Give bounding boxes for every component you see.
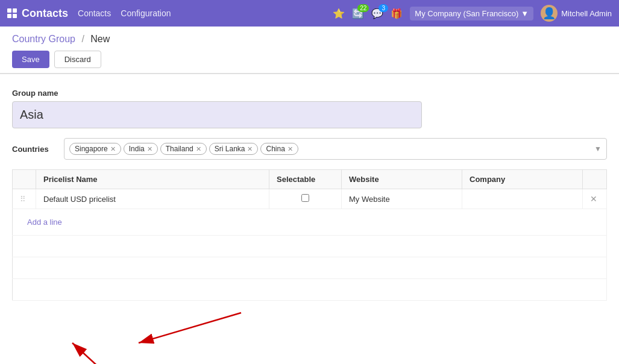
group-name-label: Group name <box>12 89 607 98</box>
row-drag-handle[interactable]: ⠿ <box>13 189 36 209</box>
chevron-down-icon: ▼ <box>521 9 529 18</box>
breadcrumb-current: New <box>90 34 110 44</box>
group-name-group: Group name <box>12 89 607 128</box>
navbar-right: ⭐ 🔄 22 💬 3 🎁 My Company (San Francisco) … <box>333 5 612 22</box>
row-delete-cell: ✕ <box>583 189 607 209</box>
add-line-row: Add a line <box>13 209 607 236</box>
tags-dropdown-arrow[interactable]: ▼ <box>594 145 602 153</box>
svg-line-2 <box>139 313 241 343</box>
clock-badge: 22 <box>357 4 369 12</box>
star-icon-btn[interactable]: ⭐ <box>333 8 345 19</box>
annotation-arrows-svg <box>12 307 374 364</box>
avatar: 👤 <box>541 5 558 22</box>
page: Country Group / New Save Discard Group n… <box>0 27 619 364</box>
chat-badge: 3 <box>379 4 388 12</box>
clock-icon-btn[interactable]: 🔄 22 <box>352 8 364 19</box>
navbar-links: Contacts Configuration <box>78 8 323 18</box>
row-company <box>462 189 583 209</box>
empty-row-1 <box>13 236 607 257</box>
user-name: Mitchell Admin <box>561 9 612 18</box>
add-line-cell: Add a line <box>13 209 607 236</box>
tag-label-singapore: Singapore <box>75 145 108 153</box>
tag-remove-india[interactable]: ✕ <box>147 146 152 152</box>
tag-india: India ✕ <box>124 143 158 155</box>
tag-remove-china[interactable]: ✕ <box>288 146 293 152</box>
group-name-input[interactable] <box>12 101 422 128</box>
discard-button[interactable]: Discard <box>54 51 101 68</box>
tag-singapore: Singapore ✕ <box>69 143 121 155</box>
tag-china: China ✕ <box>260 143 298 155</box>
breadcrumb: Country Group / New <box>12 34 607 45</box>
breadcrumb-parent[interactable]: Country Group <box>12 34 75 44</box>
delete-row-button[interactable]: ✕ <box>590 194 597 204</box>
countries-row: Countries Singapore ✕ India ✕ Thailand ✕… <box>12 138 607 160</box>
empty-row-3 <box>13 279 607 301</box>
empty-row-2 <box>13 257 607 279</box>
countries-tags-input[interactable]: Singapore ✕ India ✕ Thailand ✕ Sri Lanka… <box>64 138 607 160</box>
nav-configuration[interactable]: Configuration <box>121 8 171 18</box>
company-name: My Company (San Francisco) <box>415 9 518 18</box>
breadcrumb-area: Country Group / New Save Discard <box>0 27 619 74</box>
chat-icon-btn[interactable]: 💬 3 <box>371 8 383 19</box>
tag-label-srilanka: Sri Lanka <box>215 145 245 153</box>
action-buttons: Save Discard <box>12 51 607 68</box>
drag-handle-icon: ⠿ <box>20 195 26 204</box>
app-title: Contacts <box>22 7 68 20</box>
tag-label-india: India <box>129 145 145 153</box>
pricelist-table: Pricelist Name Selectable Website Compan… <box>12 169 607 301</box>
table-header-row: Pricelist Name Selectable Website Compan… <box>13 170 607 189</box>
col-pricelist-name-header: Pricelist Name <box>36 170 269 189</box>
col-selectable-header: Selectable <box>269 170 342 189</box>
navbar: Contacts Contacts Configuration ⭐ 🔄 22 💬… <box>0 0 619 27</box>
nav-contacts[interactable]: Contacts <box>78 8 111 18</box>
countries-label: Countries <box>12 145 54 154</box>
tag-remove-singapore[interactable]: ✕ <box>110 146 116 152</box>
col-company-header: Company <box>462 170 583 189</box>
tag-remove-thailand[interactable]: ✕ <box>196 146 201 152</box>
selectable-checkbox[interactable] <box>301 194 309 202</box>
tag-srilanka: Sri Lanka ✕ <box>209 143 259 155</box>
pricelist-section: Pricelist Name Selectable Website Compan… <box>12 169 607 364</box>
col-delete-header <box>583 170 607 189</box>
gift-icon-btn[interactable]: 🎁 <box>391 8 403 19</box>
add-line-link[interactable]: Add a line <box>20 214 69 230</box>
row-pricelist-name[interactable]: Default USD pricelist <box>36 189 269 209</box>
row-selectable[interactable] <box>269 189 342 209</box>
annotation-area: Set pricelist for these countries <box>12 307 607 364</box>
company-selector[interactable]: My Company (San Francisco) ▼ <box>410 7 533 20</box>
table-row: ⠿ Default USD pricelist My Website <box>13 189 607 209</box>
tag-label-china: China <box>266 145 284 153</box>
save-button[interactable]: Save <box>12 51 49 68</box>
grid-icon <box>7 8 17 18</box>
app-brand[interactable]: Contacts <box>7 7 68 20</box>
breadcrumb-separator: / <box>81 34 84 44</box>
tag-thailand: Thailand ✕ <box>160 143 207 155</box>
tag-remove-srilanka[interactable]: ✕ <box>247 146 253 152</box>
row-website: My Website <box>342 189 462 209</box>
user-info[interactable]: 👤 Mitchell Admin <box>541 5 612 22</box>
col-handle-header <box>13 170 36 189</box>
tag-label-thailand: Thailand <box>166 145 193 153</box>
col-website-header: Website <box>342 170 462 189</box>
svg-line-3 <box>72 343 108 364</box>
form-area: Group name Countries Singapore ✕ India ✕… <box>0 74 619 364</box>
